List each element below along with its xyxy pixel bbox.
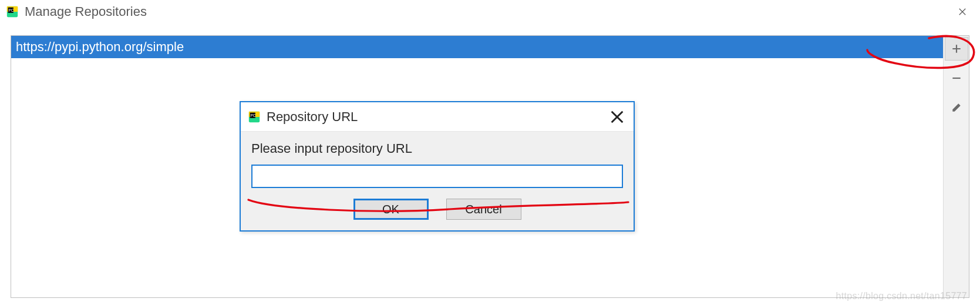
cancel-button[interactable]: Cancel — [446, 199, 521, 220]
plus-icon — [951, 43, 962, 55]
titlebar: PC Manage Repositories — [0, 0, 980, 24]
dialog-title: Repository URL — [267, 109, 358, 125]
side-toolbar — [943, 36, 969, 297]
dialog-body: Please input repository URL OK Cancel — [241, 132, 634, 230]
edit-repository-button[interactable] — [945, 96, 968, 119]
add-repository-button[interactable] — [945, 37, 968, 61]
pencil-icon — [951, 102, 962, 113]
pycharm-app-icon: PC — [6, 5, 19, 18]
remove-repository-button[interactable] — [945, 66, 968, 90]
dialog-titlebar[interactable]: PC Repository URL — [241, 102, 634, 132]
close-icon — [608, 108, 627, 126]
repository-url-input[interactable] — [251, 165, 623, 188]
svg-text:PC: PC — [251, 113, 256, 118]
dialog-close-button[interactable] — [608, 108, 627, 126]
repository-list-item[interactable]: https://pypi.python.org/simple — [11, 36, 943, 58]
close-icon — [957, 6, 968, 17]
svg-text:PC: PC — [9, 8, 14, 12]
window-close-button[interactable] — [951, 0, 974, 24]
dialog-prompt-label: Please input repository URL — [251, 141, 623, 156]
ok-button[interactable]: OK — [353, 199, 429, 220]
watermark-text: https://blog.csdn.net/tan15777 — [836, 291, 967, 301]
repository-url-dialog: PC Repository URL Please input repositor… — [240, 101, 635, 232]
pycharm-app-icon: PC — [248, 110, 261, 123]
minus-icon — [951, 72, 962, 84]
repository-url-text: https://pypi.python.org/simple — [16, 39, 184, 54]
dialog-button-row: OK Cancel — [251, 199, 623, 220]
window-title: Manage Repositories — [25, 4, 147, 19]
